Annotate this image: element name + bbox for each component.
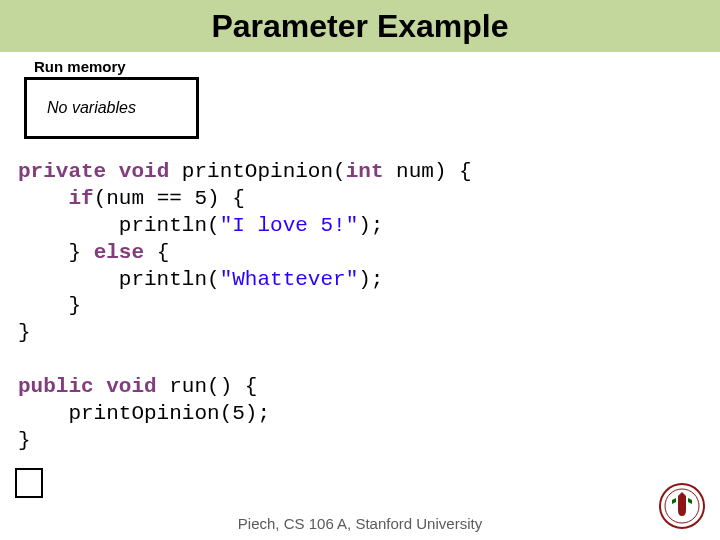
run-memory-label: Run memory (34, 58, 720, 75)
footer-text: Piech, CS 106 A, Stanford University (0, 515, 720, 532)
code-kw: else (94, 241, 144, 264)
execution-cursor-box (15, 468, 43, 498)
code-kw: private (18, 160, 106, 183)
memory-box-text: No variables (47, 99, 136, 117)
code-str: "I love 5!" (220, 214, 359, 237)
memory-box: No variables (24, 77, 199, 139)
code-str: "Whattever" (220, 268, 359, 291)
code-kw: public (18, 375, 94, 398)
code-kw: void (106, 375, 156, 398)
stanford-seal-icon (658, 482, 706, 530)
code-kw: int (346, 160, 384, 183)
code-kw: if (68, 187, 93, 210)
code-block: private void printOpinion(int num) { if(… (18, 159, 720, 455)
slide-title: Parameter Example (211, 8, 508, 45)
title-bar: Parameter Example (0, 0, 720, 52)
code-kw: void (119, 160, 169, 183)
